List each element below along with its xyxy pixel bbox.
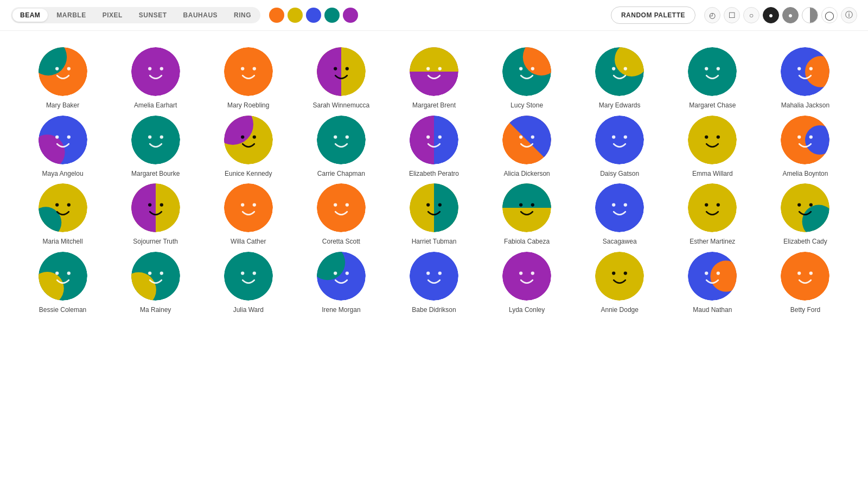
tab-ring[interactable]: RING (226, 9, 259, 22)
dot-light-icon[interactable]: ○ (743, 7, 760, 23)
svg-point-46 (67, 135, 70, 138)
avatar-item[interactable]: Lucy Stone (481, 47, 573, 110)
svg-point-41 (809, 67, 813, 70)
avatar-item[interactable]: Harriet Tubman (387, 183, 480, 246)
avatar-circle (224, 116, 273, 164)
avatar-item[interactable]: Bessie Coleman (16, 252, 109, 315)
avatar-item[interactable]: Alicia Dickerson (481, 116, 573, 179)
avatar-circle (39, 116, 87, 164)
square-corner-icon[interactable]: ☐ (724, 7, 740, 23)
svg-rect-62 (410, 116, 434, 164)
dot-mid-icon[interactable]: ● (782, 7, 799, 23)
palette-dot-5[interactable] (343, 8, 358, 23)
palette-dot-2[interactable] (288, 8, 303, 23)
palette-dot-3[interactable] (306, 8, 321, 23)
svg-point-132 (148, 271, 151, 275)
svg-point-123 (809, 203, 813, 207)
round-corner-icon[interactable]: ◴ (704, 7, 720, 23)
svg-point-161 (781, 252, 829, 301)
avatar-item[interactable]: Carrie Chapman (295, 116, 387, 179)
avatar-item[interactable]: Amelia Boynton (759, 116, 852, 179)
avatar-item[interactable]: Willa Cather (202, 183, 295, 246)
avatar-circle (317, 116, 366, 164)
avatar-item[interactable]: Margaret Chase (666, 47, 759, 110)
avatar-item[interactable]: Margaret Bourke (109, 116, 202, 179)
svg-point-110 (531, 203, 534, 207)
avatar-name: Maria Mitchell (43, 238, 83, 246)
avatar-item[interactable]: Mary Roebling (202, 47, 295, 110)
avatar-item[interactable]: Maud Nathan (666, 252, 759, 315)
svg-point-135 (224, 252, 273, 301)
dot-dark-icon[interactable]: ● (763, 7, 779, 23)
svg-point-153 (612, 271, 615, 275)
avatar-item[interactable]: Sarah Winnemucca (295, 47, 387, 110)
svg-point-17 (346, 67, 349, 70)
palette-circles (269, 8, 358, 23)
palette-dot-4[interactable] (324, 8, 340, 23)
avatar-circle (502, 47, 551, 96)
avatar-item[interactable]: Coretta Scott (295, 183, 387, 246)
avatar-circle (39, 183, 87, 232)
avatar-item[interactable]: Amelia Earhart (109, 47, 202, 110)
svg-point-95 (241, 203, 244, 207)
svg-point-92 (159, 203, 163, 207)
avatar-item[interactable]: Margaret Brent (387, 47, 480, 110)
avatar-item[interactable]: Mahalia Jackson (759, 47, 852, 110)
svg-point-141 (334, 271, 337, 275)
tab-beam[interactable]: BEAM (12, 9, 48, 22)
avatar-item[interactable]: Julia Ward (202, 252, 295, 315)
random-palette-button[interactable]: RANDOM PALETTE (611, 7, 695, 24)
svg-point-32 (624, 67, 627, 70)
palette-dot-1[interactable] (269, 8, 284, 23)
svg-point-21 (426, 67, 430, 70)
tab-sunset[interactable]: SUNSET (131, 9, 175, 22)
style-tabs: BEAM MARBLE PIXEL SUNSET BAUHAUS RING (11, 7, 260, 23)
avatar-item[interactable]: Sacagawea (573, 183, 666, 246)
svg-point-105 (438, 203, 442, 207)
svg-point-69 (531, 135, 534, 138)
avatar-item[interactable]: Elizabeth Peratro (387, 116, 480, 179)
avatar-name: Mary Roebling (227, 101, 269, 110)
svg-point-54 (241, 135, 244, 138)
svg-point-87 (67, 203, 70, 207)
avatar-item[interactable]: Mary Edwards (573, 47, 666, 110)
info-icon[interactable]: ⓘ (841, 7, 857, 23)
tab-bauhaus[interactable]: BAUHAUS (176, 9, 226, 22)
svg-point-34 (688, 47, 737, 96)
avatar-item[interactable]: Eunice Kennedy (202, 116, 295, 179)
avatar-item[interactable]: Emma Willard (666, 116, 759, 179)
avatar-name: Maya Angelou (42, 170, 84, 179)
avatar-item[interactable]: Annie Dodge (573, 252, 666, 315)
avatar-item[interactable]: Sojourner Truth (109, 183, 202, 246)
avatar-name: Babe Didrikson (412, 306, 456, 315)
avatar-item[interactable]: Daisy Gatson (573, 116, 666, 179)
avatar-item[interactable]: Lyda Conley (481, 252, 573, 315)
tab-marble[interactable]: MARBLE (49, 9, 93, 22)
tab-pixel[interactable]: PIXEL (95, 9, 130, 22)
avatar-circle (131, 116, 180, 164)
avatar-circle (595, 183, 644, 232)
avatar-item[interactable]: Maya Angelou (16, 116, 109, 179)
avatar-name: Fabiola Cabeza (504, 238, 550, 246)
avatar-item[interactable]: Elizabeth Cady (759, 183, 852, 246)
avatar-item[interactable]: Babe Didrikson (387, 252, 480, 315)
svg-point-144 (410, 252, 458, 301)
svg-point-72 (612, 135, 615, 138)
avatar-circle (781, 47, 829, 96)
avatar-item[interactable]: Fabiola Cabeza (481, 183, 573, 246)
avatar-item[interactable]: Esther Martinez (666, 183, 759, 246)
avatar-name: Sacagawea (603, 238, 637, 246)
avatar-item[interactable]: Maria Mitchell (16, 183, 109, 246)
avatar-item[interactable]: Mary Baker (16, 47, 109, 110)
avatar-item[interactable]: Betty Ford (759, 252, 852, 315)
avatar-name: Mahalia Jackson (781, 101, 829, 110)
svg-point-77 (717, 135, 720, 138)
github-icon[interactable]: ◯ (821, 7, 838, 23)
avatar-name: Elizabeth Cady (783, 238, 827, 246)
contrast-icon[interactable] (802, 7, 818, 23)
avatar-circle (688, 252, 737, 301)
avatar-item[interactable]: Irene Morgan (295, 252, 387, 315)
avatar-item[interactable]: Ma Rainey (109, 252, 202, 315)
avatar-circle (131, 252, 180, 301)
avatar-circle (131, 47, 180, 96)
